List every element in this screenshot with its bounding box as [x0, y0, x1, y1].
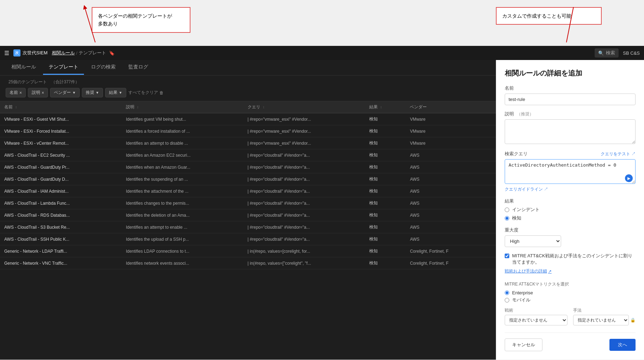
tab-log-search[interactable]: ログの検索 [85, 60, 121, 75]
radio-detect[interactable]: 検知 [505, 215, 636, 221]
table-row[interactable]: AWS - CloudTrail - IAM Administ... Ident… [0, 185, 496, 197]
query-test-link[interactable]: クエリをテスト ↗ [601, 151, 636, 157]
severity-select[interactable]: Low Medium High Critical [505, 235, 561, 247]
nav-search: 🔍 検索 [595, 48, 619, 58]
cancel-button[interactable]: キャンセル [505, 338, 542, 351]
cell-name: Generic - Network - VNC Traffic... [0, 257, 122, 269]
cell-vendor: AWS [406, 197, 496, 209]
cell-result: 検知 [365, 173, 406, 185]
cell-query: | #repo="cloudtrail" #Vendor="a... [243, 149, 365, 161]
cell-name: VMware - ESXi - vCenter Remot... [0, 137, 122, 149]
clear-all-btn[interactable]: すべてをクリア 🗑 [128, 90, 164, 96]
name-input[interactable] [505, 94, 636, 105]
radio-mobile[interactable]: モバイル [505, 297, 636, 303]
search-icon: 🔍 [598, 50, 604, 56]
radio-incident[interactable]: インシデント [505, 206, 636, 213]
svg-line-0 [85, 7, 95, 42]
filter-recommended-btn[interactable]: 推奨 ▼ [82, 88, 103, 97]
cell-query: | #repo="cloudtrail" #Vendor="a... [243, 161, 365, 173]
trash-icon: 🗑 [159, 90, 164, 95]
col-name[interactable]: 名前 ↕ [0, 101, 122, 113]
filter-result-btn[interactable]: 結果 ▼ [105, 88, 126, 97]
col-query[interactable]: クエリ ↕ [243, 101, 365, 113]
cell-vendor: AWS [406, 221, 496, 233]
table-row[interactable]: Generic - Network - VNC Traffic... Ident… [0, 257, 496, 269]
cell-vendor: AWS [406, 161, 496, 173]
tabs-bar: 相関ルール テンプレート ログの検索 監査ログ [0, 60, 496, 76]
query-run-icon[interactable]: ▶ [625, 174, 633, 182]
cell-query: | #repo="cloudtrail" #Vendor="a... [243, 221, 365, 233]
result-label: 結果 [505, 198, 636, 204]
cell-desc: Identifies LDAP connections to t... [122, 245, 243, 257]
left-panel: 相関ルール テンプレート ログの検索 監査ログ 25個のテンプレート （合計37… [0, 60, 496, 360]
nav-logo: 次 次世代SIEM [13, 49, 48, 56]
table-row[interactable]: AWS - CloudTrail - S3 Bucket Re... Ident… [0, 221, 496, 233]
tactics-select[interactable]: 指定されていません [505, 315, 567, 325]
table-row[interactable]: VMware - ESXi - Forced Installat... Iden… [0, 125, 496, 137]
right-panel: 相関ルールの詳細を追加 名前 説明 （推奨） 検索クエリ クエリをテスト ↗ [496, 60, 644, 360]
cell-name: AWS - CloudTrail - RDS Databas... [0, 209, 122, 221]
table-row[interactable]: AWS - CloudTrail - Lambda Func... Identi… [0, 197, 496, 209]
table-row[interactable]: AWS - CloudTrail - GuardDuty D... Identi… [0, 173, 496, 185]
mitre-matrix-label: MITRE ATT&CKマトリクスを選択 [505, 281, 636, 287]
cell-name: AWS - CloudTrail - IAM Administ... [0, 185, 122, 197]
filter-name-btn[interactable]: 名前 × [6, 88, 26, 97]
cell-result: 検知 [365, 209, 406, 221]
action-buttons: キャンセル 次へ [505, 332, 636, 351]
menu-icon[interactable]: ☰ [4, 50, 9, 56]
form-group-desc: 説明 （推奨） [505, 111, 636, 145]
table-row[interactable]: AWS - CloudTrail - GuardDuty Pr... Ident… [0, 161, 496, 173]
cell-name: AWS - CloudTrail - EC2 Security ... [0, 149, 122, 161]
table-row[interactable]: AWS - CloudTrail - SSH Public K... Ident… [0, 233, 496, 245]
tab-correlation-rules[interactable]: 相関ルール [6, 60, 42, 75]
desc-textarea[interactable] [505, 119, 636, 144]
technique-select[interactable]: 指定されていません [573, 315, 629, 325]
form-title: 相関ルールの詳細を追加 [505, 68, 636, 78]
mitre-section: MITRE ATT&CKマトリクスを選択 Enterprise モバイル 戦術 [505, 281, 636, 325]
filter-vendor-btn[interactable]: ベンダー ▼ [50, 88, 80, 97]
cell-query: | in(#repo, values=[corelight, for... [243, 245, 365, 257]
mitre-tactics-col: 戦術 指定されていません [505, 307, 567, 325]
cell-result: 検知 [365, 161, 406, 173]
tab-audit-log[interactable]: 監査ログ [123, 60, 154, 75]
query-guide-link[interactable]: クエリガイドライン ↗ [505, 186, 548, 192]
radio-enterprise[interactable]: Enterprise [505, 290, 636, 295]
tab-templates[interactable]: テンプレート [43, 60, 84, 75]
cell-result: 検知 [365, 137, 406, 149]
name-label: 名前 [505, 85, 636, 91]
table-row[interactable]: Generic - Network - LDAP Traffi... Ident… [0, 245, 496, 257]
col-vendor[interactable]: ベンダー [406, 101, 496, 113]
cell-vendor: Corelight, Fortinet, F [406, 245, 496, 257]
cell-query: | #repo="cloudtrail" #Vendor="a... [243, 197, 365, 209]
table-row[interactable]: VMware - ESXi - Guest VM Shut... Identif… [0, 113, 496, 125]
lock-icon: 🔒 [630, 318, 636, 323]
cell-desc: Identifies an attempt to enable ... [122, 221, 243, 233]
cell-name: AWS - CloudTrail - Lambda Func... [0, 197, 122, 209]
cell-result: 検知 [365, 185, 406, 197]
annotation-area: 各ベンダーの相関テンプレートが 多数あり カスタムで作成することも可能 [0, 0, 644, 46]
table-row[interactable]: AWS - CloudTrail - EC2 Security ... Iden… [0, 149, 496, 161]
cell-desc: Identifies the suspending of an ... [122, 173, 243, 185]
content-area: 相関ルール テンプレート ログの検索 監査ログ 25個のテンプレート （合計37… [0, 60, 644, 360]
cell-desc: Identifies an Amazon EC2 securi... [122, 149, 243, 161]
filter-desc-btn[interactable]: 説明 × [28, 88, 48, 97]
col-result[interactable]: 結果 ↕ [365, 101, 406, 113]
cell-desc: Identifies an attempt to disable ... [122, 137, 243, 149]
cell-query: | #repo="vmware_esxi" #Vendor... [243, 137, 365, 149]
query-textarea[interactable]: ActiveDirectoryAuthenticationMethod = 0 [505, 159, 636, 184]
cell-result: 検知 [365, 245, 406, 257]
filter-buttons: 名前 × 説明 × ベンダー ▼ 推奨 ▼ [6, 88, 490, 97]
col-desc[interactable]: 説明 ↕ [122, 101, 243, 113]
next-button[interactable]: 次へ [609, 339, 636, 351]
table-row[interactable]: VMware - ESXi - vCenter Remot... Identif… [0, 137, 496, 149]
mitre-checkbox-label: MITRE ATT&CK戦術および手法をこのインシデントに割り当てますか。 [512, 253, 636, 265]
cell-result: 検知 [365, 149, 406, 161]
tactics-link[interactable]: 戦術および手法の詳細 ↗ [505, 268, 552, 274]
cell-vendor: AWS [406, 185, 496, 197]
form-group-severity: 重大度 Low Medium High Critical [505, 227, 636, 247]
mitre-matrix-group: Enterprise モバイル [505, 290, 636, 303]
cell-query: | #repo="cloudtrail" #Vendor="a... [243, 233, 365, 245]
mitre-checkbox[interactable] [505, 253, 509, 258]
cell-query: | in(#repo, values=["corelight", "f... [243, 257, 365, 269]
table-row[interactable]: AWS - CloudTrail - RDS Databas... Identi… [0, 209, 496, 221]
